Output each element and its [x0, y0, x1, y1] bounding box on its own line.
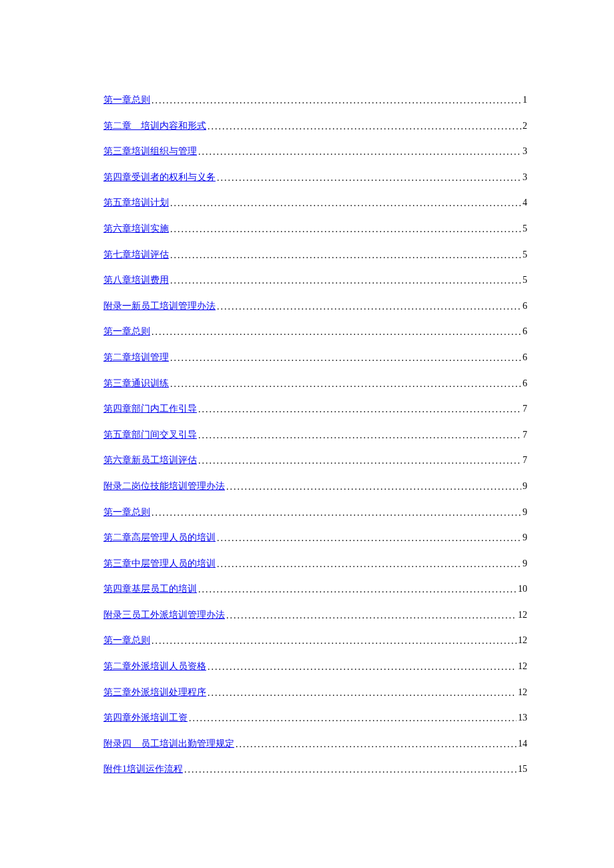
toc-entry: 第四章受训者的权利与义务3: [103, 171, 527, 184]
toc-entry: 第六章新员工培训评估7: [103, 454, 527, 467]
toc-link[interactable]: 第二章外派培训人员资格: [103, 660, 206, 673]
toc-link[interactable]: 第四章外派培训工资: [103, 711, 188, 725]
toc-dot-leader: [169, 352, 521, 365]
toc-page-number: 7: [521, 454, 527, 467]
toc-page-number: 13: [517, 711, 527, 725]
toc-page-number: 3: [521, 171, 527, 184]
toc-page-number: 6: [521, 377, 527, 390]
toc-link[interactable]: 附录三员工外派培训管理办法: [103, 608, 225, 622]
toc-page-number: 3: [521, 145, 527, 158]
toc-entry: 第五章培训计划4: [103, 196, 527, 209]
toc-entry: 第二章培训管理6: [103, 351, 527, 364]
toc-entry: 第五章部门间交叉引导7: [103, 428, 527, 442]
toc-page-number: 10: [517, 582, 527, 596]
toc-entry: 第二章高层管理人员的培训9: [103, 531, 527, 544]
toc-entry: 第二章外派培训人员资格12: [103, 660, 527, 673]
toc-link[interactable]: 附录一新员工培训管理办法: [103, 300, 216, 313]
toc-dot-leader: [150, 506, 521, 520]
toc-page-number: 12: [517, 686, 527, 699]
toc-dot-leader: [183, 763, 517, 777]
toc-dot-leader: [197, 145, 521, 159]
toc-dot-leader: [197, 403, 521, 416]
toc-dot-leader: [216, 532, 521, 545]
toc-link[interactable]: 第二章 培训内容和形式: [103, 119, 206, 133]
toc-link[interactable]: 第五章部门间交叉引导: [103, 428, 197, 442]
toc-entry: 第二章 培训内容和形式2: [103, 119, 527, 133]
toc-link[interactable]: 第六章新员工培训评估: [103, 454, 197, 467]
toc-page-number: 4: [521, 196, 527, 209]
toc-dot-leader: [216, 300, 521, 314]
toc-page-number: 9: [521, 557, 527, 570]
toc-link[interactable]: 第七章培训评估: [103, 248, 169, 262]
toc-entry: 第四章部门内工作引导7: [103, 402, 527, 416]
toc-entry: 附录二岗位技能培训管理办法9: [103, 480, 527, 493]
toc-page-number: 7: [521, 402, 527, 416]
toc-link[interactable]: 第八章培训费用: [103, 274, 169, 287]
toc-link[interactable]: 第四章部门内工作引导: [103, 402, 197, 416]
toc-link[interactable]: 第一章总则: [103, 506, 150, 519]
toc-page-number: 5: [521, 248, 527, 262]
toc-page-number: 12: [517, 634, 527, 647]
toc-link[interactable]: 第三章外派培训处理程序: [103, 686, 206, 699]
toc-dot-leader: [216, 558, 521, 571]
toc-entry: 附件1培训运作流程15: [103, 763, 527, 776]
toc-page-number: 9: [521, 480, 527, 493]
toc-dot-leader: [169, 378, 521, 391]
toc-page-number: 12: [517, 660, 527, 673]
toc-entry: 第一章总则1: [103, 93, 527, 107]
toc-entry: 第三章培训组织与管理3: [103, 145, 527, 158]
toc-entry: 第一章总则9: [103, 506, 527, 519]
toc-link[interactable]: 第二章培训管理: [103, 351, 169, 364]
toc-link[interactable]: 第五章培训计划: [103, 196, 169, 209]
toc-dot-leader: [197, 429, 521, 442]
toc-link[interactable]: 第三章通识训练: [103, 377, 169, 390]
toc-page-number: 5: [521, 222, 527, 236]
toc-page-number: 1: [521, 93, 527, 107]
toc-entry: 附录四 员工培训出勤管理规定14: [103, 737, 527, 751]
toc-dot-leader: [169, 249, 521, 262]
toc-entry: 附录一新员工培训管理办法6: [103, 300, 527, 313]
toc-link[interactable]: 第一章总则: [103, 93, 150, 107]
toc-link[interactable]: 附录四 员工培训出勤管理规定: [103, 737, 234, 751]
toc-entry: 第三章外派培训处理程序12: [103, 686, 527, 699]
toc-link[interactable]: 附件1培训运作流程: [103, 763, 183, 776]
toc-page-number: 14: [517, 737, 527, 751]
toc-dot-leader: [216, 171, 521, 185]
toc-link[interactable]: 第四章受训者的权利与义务: [103, 171, 216, 184]
toc-dot-leader: [150, 326, 521, 339]
toc-page-number: 6: [521, 351, 527, 364]
toc-dot-leader: [206, 687, 517, 700]
toc-link[interactable]: 第三章中层管理人员的培训: [103, 557, 216, 570]
toc-dot-leader: [206, 120, 521, 133]
toc-page-number: 6: [521, 300, 527, 313]
toc-link[interactable]: 第一章总则: [103, 634, 150, 647]
toc-dot-leader: [234, 738, 517, 751]
toc-entry: 第七章培训评估5: [103, 248, 527, 262]
toc-dot-leader: [150, 634, 517, 648]
toc-dot-leader: [169, 223, 521, 236]
table-of-contents: 第一章总则1第二章 培训内容和形式2第三章培训组织与管理3第四章受训者的权利与义…: [103, 93, 527, 776]
toc-entry: 第一章总则12: [103, 634, 527, 647]
toc-entry: 附录三员工外派培训管理办法12: [103, 608, 527, 622]
toc-page-number: 2: [521, 119, 527, 133]
toc-link[interactable]: 第一章总则: [103, 325, 150, 338]
toc-link[interactable]: 第二章高层管理人员的培训: [103, 531, 216, 544]
toc-link[interactable]: 第六章培训实施: [103, 222, 169, 236]
toc-dot-leader: [225, 609, 517, 622]
toc-link[interactable]: 第四章基层员工的培训: [103, 582, 197, 596]
toc-dot-leader: [206, 661, 517, 674]
toc-link[interactable]: 第三章培训组织与管理: [103, 145, 197, 158]
toc-page-number: 9: [521, 531, 527, 544]
toc-entry: 第六章培训实施5: [103, 222, 527, 236]
toc-entry: 第四章基层员工的培训10: [103, 582, 527, 596]
toc-page-number: 7: [521, 428, 527, 442]
toc-page-number: 5: [521, 274, 527, 287]
toc-dot-leader: [169, 197, 521, 210]
toc-link[interactable]: 附录二岗位技能培训管理办法: [103, 480, 225, 493]
toc-entry: 第三章通识训练6: [103, 377, 527, 390]
toc-entry: 第四章外派培训工资13: [103, 711, 527, 725]
toc-page-number: 12: [517, 608, 527, 622]
toc-dot-leader: [188, 712, 517, 725]
toc-dot-leader: [197, 454, 521, 468]
toc-dot-leader: [225, 480, 521, 494]
